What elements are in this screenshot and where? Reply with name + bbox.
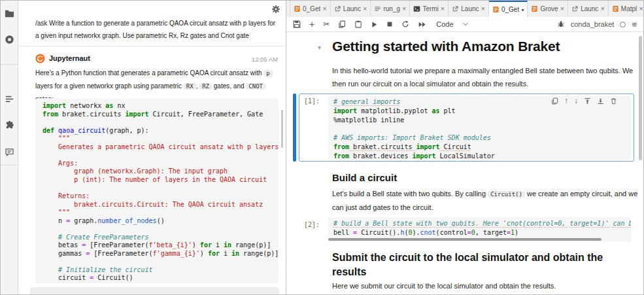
code-line: from braket.circuits import Circuit, Fre… xyxy=(42,111,279,119)
close-tab-icon[interactable]: × xyxy=(639,5,643,12)
notebook-icon xyxy=(531,5,538,12)
close-tab-icon[interactable]: × xyxy=(363,5,367,12)
chat-code-block: import networkx as nxfrom braket.circuit… xyxy=(35,98,279,283)
cell-prompt: [2]: xyxy=(304,221,320,228)
tab-label: Launc xyxy=(461,5,479,12)
move-up-icon[interactable]: ↑ xyxy=(564,97,568,105)
kernel-name[interactable]: conda_braket xyxy=(571,20,615,28)
notebook-toolbar: +✂ Code conda_braket ≡ xyxy=(286,17,643,32)
extensions-icon[interactable] xyxy=(5,120,15,131)
tab-label: run_g xyxy=(383,5,400,12)
close-tab-icon[interactable]: × xyxy=(560,5,564,12)
tab-label: Grove xyxy=(540,5,558,12)
run-all-icon[interactable] xyxy=(418,21,426,28)
restart-icon[interactable] xyxy=(401,20,409,28)
add-cell-icon[interactable]: + xyxy=(309,20,314,29)
activity-bar-separator xyxy=(1,64,18,65)
notebook-content: ▾ Getting started with Amazon Braket In … xyxy=(286,32,643,294)
tab-0_Get[interactable]: 0_Get× xyxy=(290,1,331,16)
tab-Grove[interactable]: Grove× xyxy=(528,1,568,16)
cell-prompt: [1]: xyxy=(304,97,320,105)
tab-bar: 0_Get×Launc×run_g×Termi×Launc×0_Get●Grov… xyxy=(286,1,643,17)
cell-collapser-bar[interactable] xyxy=(293,94,296,162)
close-tab-icon[interactable]: × xyxy=(402,5,406,12)
tab-label: Termi xyxy=(422,5,438,12)
chat-input-box[interactable] xyxy=(30,287,279,294)
code-line: p (int): The number of layers in the QAO… xyxy=(42,176,279,184)
code-line: """ xyxy=(42,135,279,143)
tab-label: 0_Get xyxy=(501,6,519,13)
jupyternaut-avatar xyxy=(35,54,45,66)
chat-scrollbar[interactable] xyxy=(281,110,283,148)
code-line: # AWS imports: Import Braket SDK modules xyxy=(333,133,626,143)
toc-icon[interactable] xyxy=(5,94,15,105)
chevron-down-icon[interactable] xyxy=(462,21,469,27)
code-line: # Create FreeParameters xyxy=(42,234,279,242)
running-icon[interactable] xyxy=(5,35,15,45)
close-tab-icon[interactable]: × xyxy=(322,5,326,12)
tab-0_Get[interactable]: 0_Get● xyxy=(489,1,528,17)
code-cell-1: [1]: ↑↓ # general importsimport matplotl… xyxy=(293,94,634,162)
insert-below-icon[interactable] xyxy=(597,97,604,105)
code-line: n = graph.number_of_nodes() xyxy=(42,217,279,226)
stop-icon[interactable] xyxy=(386,21,393,27)
delete-icon[interactable] xyxy=(610,97,617,105)
notebook-icon xyxy=(612,5,619,12)
close-tab-icon[interactable]: × xyxy=(481,5,485,12)
copy-icon[interactable] xyxy=(338,20,346,28)
tab-Launc[interactable]: Launc× xyxy=(331,1,371,16)
code-line: import matplotlib.pyplot as plt xyxy=(333,107,626,116)
tab-label: Launc xyxy=(581,5,598,12)
code-line xyxy=(42,118,279,127)
file-browser-icon[interactable] xyxy=(5,9,15,19)
cell-code-editor[interactable]: # general importsimport matplotlib.pyplo… xyxy=(328,95,631,160)
debugger-bug-icon[interactable] xyxy=(557,20,565,28)
insert-above-icon[interactable] xyxy=(584,97,591,105)
chat-settings-gear-icon[interactable] xyxy=(271,5,280,16)
code-line: Returns: xyxy=(42,192,279,201)
code-line xyxy=(42,151,279,160)
message-timestamp: 12:05 AM xyxy=(252,56,278,63)
move-down-icon[interactable]: ↓ xyxy=(574,97,578,105)
close-tab-icon[interactable]: × xyxy=(600,5,604,12)
notebook-icon xyxy=(294,5,301,12)
menu-icon[interactable]: ≡ xyxy=(632,20,637,29)
code-line xyxy=(42,184,279,192)
tab-run_g[interactable]: run_g× xyxy=(371,1,410,16)
chat-icon[interactable] xyxy=(5,147,15,158)
code-line: from braket.devices import LocalSimulato… xyxy=(333,152,626,160)
horizontal-scrollbar[interactable] xyxy=(328,238,602,241)
tab-label: 0_Get xyxy=(303,5,320,12)
chat-panel: /ask Write a function to generate a para… xyxy=(18,1,286,294)
code-line xyxy=(333,124,626,133)
launcher-icon xyxy=(334,5,341,12)
code-line: bell = Circuit().h(0).cnot(control=0, ta… xyxy=(333,228,626,237)
cell-type-dropdown[interactable]: Code xyxy=(436,20,453,28)
tab-Launc[interactable]: Launc× xyxy=(449,1,489,16)
kernel-status-icon xyxy=(620,22,626,27)
code-line: # build a Bell state with two qubits. He… xyxy=(333,219,626,228)
duplicate-icon[interactable] xyxy=(551,97,558,105)
code-line: betas = [FreeParameter(f'beta_{i}') for … xyxy=(42,241,279,250)
activity-bar xyxy=(1,1,18,294)
tab-Termi[interactable]: Termi× xyxy=(410,1,449,16)
cut-icon[interactable]: ✂ xyxy=(323,20,330,28)
close-tab-icon[interactable]: × xyxy=(441,5,445,12)
tab-Launc[interactable]: Launc× xyxy=(568,1,609,16)
code-line: def qaoa_circuit(graph, p): xyxy=(42,127,279,135)
paste-icon[interactable] xyxy=(354,20,362,28)
code-line xyxy=(42,225,279,234)
code-cell-2: [2]: # build a Bell state with two qubit… xyxy=(293,217,634,242)
code-line: circuit = Circuit() xyxy=(42,274,279,283)
notebook-scrollbar[interactable] xyxy=(639,36,642,160)
notebook-panel: 0_Get×Launc×run_g×Termi×Launc×0_Get●Grov… xyxy=(286,1,643,294)
jupyterlab-window: /ask Write a function to generate a para… xyxy=(0,0,644,295)
activity-bar-separator xyxy=(1,165,18,165)
toolbar-right-group: conda_braket ≡ xyxy=(557,20,637,29)
intro-paragraph: In this hello-world tutorial we prepare … xyxy=(332,65,641,90)
section-collapser-icon[interactable]: ▾ xyxy=(318,44,321,51)
run-icon[interactable] xyxy=(371,21,378,28)
save-icon[interactable] xyxy=(293,20,301,28)
tab-Matpl[interactable]: Matpl× xyxy=(609,1,644,16)
chat-user-message: /ask Write a function to generate a para… xyxy=(35,17,280,42)
